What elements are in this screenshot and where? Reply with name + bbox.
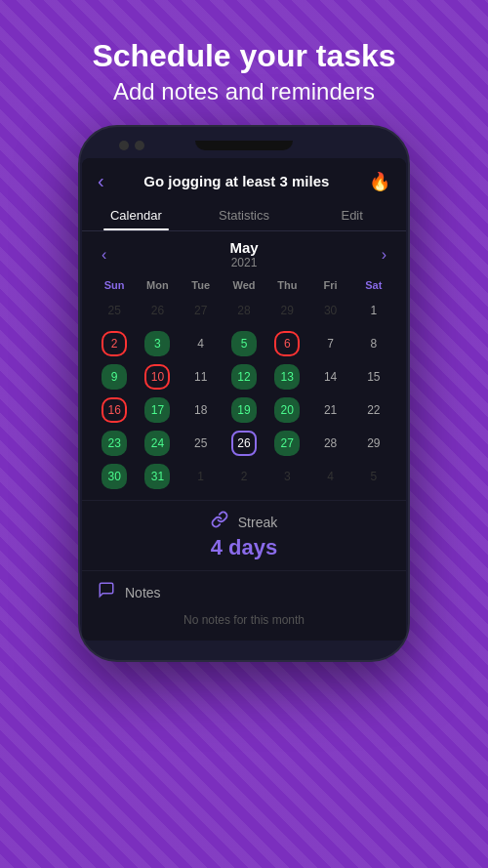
- dow-tue: Tue: [181, 275, 222, 295]
- calendar-day[interactable]: 21: [309, 394, 350, 426]
- calendar-day[interactable]: 10: [137, 361, 178, 393]
- calendar-day[interactable]: 15: [353, 361, 394, 393]
- calendar-day[interactable]: 9: [94, 361, 135, 393]
- dow-sat: Sat: [353, 275, 394, 295]
- calendar-day[interactable]: 14: [309, 361, 350, 393]
- streak-label: Streak: [238, 515, 277, 530]
- app-bar: ‹ Go jogging at least 3 miles 🔥: [82, 158, 406, 196]
- calendar-day[interactable]: 3: [266, 461, 307, 492]
- calendar-day[interactable]: 23: [94, 428, 135, 459]
- calendar-day[interactable]: 26: [137, 295, 178, 326]
- calendar-day[interactable]: 17: [137, 394, 178, 426]
- phone-top: [80, 141, 408, 150]
- dow-wed: Wed: [224, 275, 264, 295]
- calendar-day[interactable]: 20: [266, 394, 307, 426]
- calendar-section: ‹ May 2021 › Sun Mon Tue Wed Thu Fri Sat…: [82, 231, 406, 500]
- phone-frame: ‹ Go jogging at least 3 miles 🔥 Calendar…: [78, 125, 410, 662]
- calendar-day[interactable]: 1: [353, 295, 394, 326]
- calendar-day[interactable]: 18: [181, 394, 222, 426]
- calendar-day[interactable]: 16: [94, 394, 135, 426]
- calendar-day[interactable]: 3: [137, 328, 178, 359]
- calendar-day[interactable]: 28: [224, 295, 264, 326]
- streak-section: Streak 4 days: [82, 500, 406, 570]
- dow-mon: Mon: [137, 275, 178, 295]
- camera-right: [135, 141, 144, 150]
- calendar-day[interactable]: 6: [266, 328, 307, 359]
- tab-statistics[interactable]: Statistics: [190, 200, 299, 230]
- calendar-day[interactable]: 28: [309, 428, 350, 459]
- month-year-label: May 2021: [229, 239, 258, 269]
- calendar-day[interactable]: 26: [224, 428, 264, 459]
- calendar-day[interactable]: 22: [353, 394, 394, 426]
- tab-calendar[interactable]: Calendar: [82, 200, 190, 230]
- calendar-day[interactable]: 25: [94, 295, 135, 326]
- notes-section: Notes No notes for this month: [82, 570, 406, 641]
- calendar-day[interactable]: 2: [224, 461, 264, 492]
- header-section: Schedule your tasks Add notes and remind…: [0, 0, 488, 125]
- calendar-days: 2526272829301234567891011121314151617181…: [94, 295, 394, 492]
- calendar-day[interactable]: 8: [353, 328, 394, 359]
- calendar-day[interactable]: 31: [137, 461, 178, 492]
- header-title-line2: Add notes and reminders: [20, 78, 468, 105]
- calendar-day[interactable]: 27: [181, 295, 222, 326]
- calendar-day[interactable]: 12: [224, 361, 264, 393]
- calendar-day[interactable]: 25: [181, 428, 222, 459]
- calendar-day[interactable]: 4: [181, 328, 222, 359]
- calendar-day[interactable]: 19: [224, 394, 264, 426]
- calendar-day[interactable]: 1: [181, 461, 222, 492]
- dow-fri: Fri: [309, 275, 350, 295]
- app-title: Go jogging at least 3 miles: [104, 173, 369, 189]
- calendar-day[interactable]: 5: [224, 328, 264, 359]
- streak-icon: [211, 511, 228, 533]
- calendar-day[interactable]: 7: [309, 328, 350, 359]
- streak-row: Streak: [211, 511, 277, 533]
- back-button[interactable]: ‹: [98, 170, 104, 192]
- notes-icon: [98, 581, 115, 603]
- tab-bar: Calendar Statistics Edit: [82, 200, 406, 231]
- notes-label: Notes: [125, 585, 161, 600]
- calendar-day[interactable]: 30: [94, 461, 135, 492]
- calendar-day[interactable]: 13: [266, 361, 307, 393]
- calendar-day[interactable]: 5: [353, 461, 394, 492]
- dow-sun: Sun: [94, 275, 135, 295]
- calendar-day[interactable]: 29: [266, 295, 307, 326]
- phone-notch: [195, 141, 293, 150]
- camera-left: [119, 141, 129, 150]
- calendar-header: ‹ May 2021 ›: [94, 239, 394, 269]
- tab-edit[interactable]: Edit: [298, 200, 406, 230]
- header-title-line1: Schedule your tasks: [20, 37, 468, 74]
- streak-value: 4 days: [211, 535, 278, 560]
- notes-row: Notes: [98, 581, 390, 603]
- calendar-day[interactable]: 2: [94, 328, 135, 359]
- dow-thu: Thu: [266, 275, 307, 295]
- calendar-day[interactable]: 30: [309, 295, 350, 326]
- prev-month-button[interactable]: ‹: [94, 242, 114, 268]
- flame-icon: 🔥: [369, 171, 390, 192]
- next-month-button[interactable]: ›: [374, 242, 394, 268]
- calendar-day[interactable]: 4: [309, 461, 350, 492]
- notes-empty-message: No notes for this month: [98, 609, 390, 631]
- calendar-grid: Sun Mon Tue Wed Thu Fri Sat: [94, 275, 394, 295]
- calendar-day[interactable]: 29: [353, 428, 394, 459]
- calendar-day[interactable]: 11: [181, 361, 222, 393]
- calendar-day[interactable]: 24: [137, 428, 178, 459]
- calendar-day[interactable]: 27: [266, 428, 307, 459]
- phone-screen: ‹ Go jogging at least 3 miles 🔥 Calendar…: [82, 158, 406, 641]
